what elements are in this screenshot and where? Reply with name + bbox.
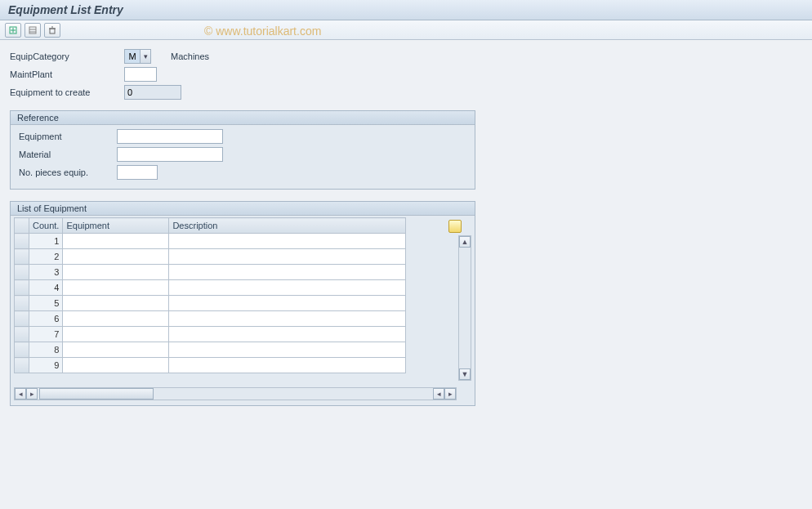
row-selector[interactable] [15, 342, 29, 358]
search-help-button[interactable]: ▾ [140, 49, 151, 64]
ref-pieces-field[interactable] [117, 165, 158, 180]
scroll-up-button[interactable]: ▲ [459, 236, 471, 248]
select-rows-button[interactable] [25, 23, 41, 38]
cell-count: 9 [29, 358, 63, 373]
content-area: EquipCategory ▾ Machines MaintPlant Equi… [0, 40, 812, 414]
delete-row-button[interactable] [44, 23, 60, 38]
table-row: 9 [15, 358, 406, 373]
col-equipment[interactable]: Equipment [63, 218, 169, 234]
cell-description[interactable] [169, 311, 406, 327]
cell-equipment[interactable] [63, 234, 169, 249]
equipment-table: Count. Equipment Description 123456789 [14, 217, 406, 373]
ref-material-label: Material [19, 150, 117, 159]
reference-title: Reference [11, 111, 475, 125]
select-icon [29, 26, 37, 34]
col-count[interactable]: Count. [29, 218, 63, 234]
cell-equipment[interactable] [63, 280, 169, 296]
equipment-list-title: List of Equipment [11, 202, 475, 216]
vertical-scrollbar[interactable]: ▲ ▼ [458, 235, 471, 381]
table-row: 4 [15, 280, 406, 296]
cell-count: 2 [29, 249, 63, 265]
cell-equipment[interactable] [63, 327, 169, 342]
cell-equipment[interactable] [63, 358, 169, 373]
row-selector[interactable] [15, 249, 29, 265]
cell-equipment[interactable] [63, 249, 169, 265]
cell-description[interactable] [169, 327, 406, 342]
table-row: 6 [15, 311, 406, 327]
cell-count: 7 [29, 327, 63, 342]
equip-category-field[interactable] [124, 49, 141, 64]
table-row: 1 [15, 234, 406, 249]
cell-equipment[interactable] [63, 296, 169, 311]
cell-description[interactable] [169, 342, 406, 358]
page-title: Equipment List Entry [0, 0, 812, 20]
insert-row-button[interactable] [5, 23, 21, 38]
scroll-left-button[interactable]: ▸ [26, 388, 38, 400]
scroll-right-end-button[interactable]: ▸ [444, 388, 456, 400]
reference-group: Reference Equipment Material No. pieces … [10, 110, 475, 190]
svg-rect-3 [29, 27, 36, 33]
col-description[interactable]: Description [169, 218, 406, 234]
insert-icon [9, 26, 17, 34]
cell-equipment[interactable] [63, 342, 169, 358]
row-selector[interactable] [15, 296, 29, 311]
equip-to-create-field [124, 85, 181, 100]
row-selector[interactable] [15, 280, 29, 296]
table-row: 3 [15, 265, 406, 280]
table-config-button[interactable] [448, 220, 462, 233]
equip-category-text: Machines [171, 51, 209, 61]
cell-count: 5 [29, 296, 63, 311]
scroll-left-start-button[interactable]: ◂ [15, 388, 26, 400]
row-selector[interactable] [15, 311, 29, 327]
cell-description[interactable] [169, 280, 406, 296]
table-row: 5 [15, 296, 406, 311]
trash-icon [48, 26, 56, 34]
cell-count: 6 [29, 311, 63, 327]
row-selector[interactable] [15, 265, 29, 280]
maint-plant-label: MaintPlant [10, 69, 124, 79]
ref-material-field[interactable] [117, 147, 223, 162]
table-row: 2 [15, 249, 406, 265]
cell-description[interactable] [169, 234, 406, 249]
maint-plant-field[interactable] [124, 67, 157, 82]
col-selector[interactable] [15, 218, 29, 234]
horizontal-scrollbar[interactable]: ◂ ▸ ◂ ▸ [14, 387, 457, 400]
cell-count: 3 [29, 265, 63, 280]
ref-equipment-field[interactable] [117, 129, 223, 144]
row-selector[interactable] [15, 327, 29, 342]
scroll-right-button[interactable]: ◂ [433, 388, 444, 400]
cell-description[interactable] [169, 296, 406, 311]
table-row: 7 [15, 327, 406, 342]
svg-rect-6 [50, 29, 55, 33]
row-selector[interactable] [15, 358, 29, 373]
row-selector[interactable] [15, 234, 29, 249]
cell-count: 4 [29, 280, 63, 296]
equip-to-create-label: Equipment to create [10, 87, 124, 97]
toolbar [0, 20, 812, 40]
cell-description[interactable] [169, 265, 406, 280]
equipment-list-group: List of Equipment Count. Equipment Descr… [10, 201, 475, 406]
table-row: 8 [15, 342, 406, 358]
scroll-down-button[interactable]: ▼ [459, 368, 471, 380]
header-form: EquipCategory ▾ Machines MaintPlant Equi… [10, 48, 802, 100]
cell-count: 8 [29, 342, 63, 358]
equip-category-label: EquipCategory [10, 51, 124, 61]
scroll-thumb[interactable] [39, 388, 154, 400]
cell-equipment[interactable] [63, 311, 169, 327]
cell-count: 1 [29, 234, 63, 249]
cell-description[interactable] [169, 358, 406, 373]
ref-pieces-label: No. pieces equip. [19, 167, 117, 177]
cell-description[interactable] [169, 249, 406, 265]
ref-equipment-label: Equipment [19, 132, 117, 141]
cell-equipment[interactable] [63, 265, 169, 280]
